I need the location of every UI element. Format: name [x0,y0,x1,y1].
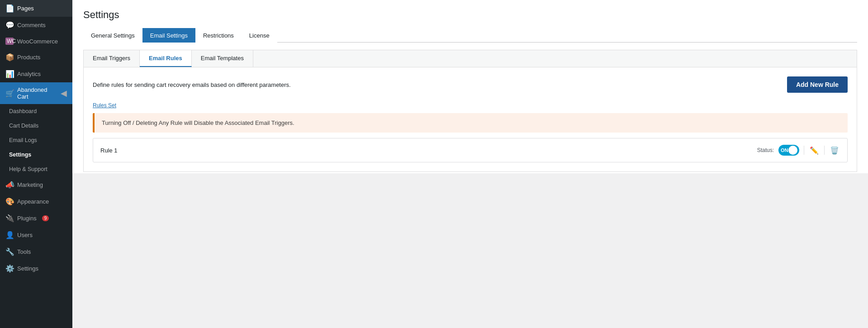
settings-wp-icon: ⚙️ [5,264,14,273]
bottom-gray-area [72,173,868,328]
sidebar-item-help-support[interactable]: Help & Support [0,162,72,176]
sidebar-item-settings-wp[interactable]: ⚙️ Settings [0,260,72,277]
sidebar-item-plugins[interactable]: 🔌 Plugins 9 [0,210,72,227]
content-area: Settings General Settings Email Settings… [72,0,868,173]
sidebar-item-dashboard[interactable]: Dashboard [0,104,72,119]
toggle-on-label: ON [781,147,788,153]
plugins-icon: 🔌 [5,214,14,223]
vertical-divider-2 [824,146,825,155]
analytics-icon: 📊 [5,70,14,78]
tools-icon: 🔧 [5,247,14,256]
sidebar-item-email-logs[interactable]: Email Logs [0,133,72,147]
appearance-icon: 🎨 [5,197,14,206]
rule-name: Rule 1 [100,147,118,154]
sidebar-item-comments[interactable]: 💬 Comments [0,17,72,33]
sub-tab-rules[interactable]: Email Rules [140,50,192,67]
woocommerce-icon: WC [5,38,14,45]
add-new-rule-button[interactable]: Add New Rule [787,76,848,93]
toggle-wrapper: ON [778,145,799,156]
sidebar-item-woocommerce[interactable]: WC WooCommerce [0,33,72,49]
sub-tab-triggers[interactable]: Email Triggers [84,50,140,67]
sidebar-item-analytics[interactable]: 📊 Analytics [0,66,72,82]
tab-email-settings[interactable]: Email Settings [142,28,195,43]
page-title: Settings [83,9,857,21]
sidebar: 📄 Pages 💬 Comments WC WooCommerce 📦 Prod… [0,0,72,328]
sidebar-item-cart-details[interactable]: Cart Details [0,119,72,133]
delete-rule-button[interactable]: 🗑️ [829,145,840,156]
sidebar-item-tools[interactable]: 🔧 Tools [0,243,72,260]
edit-rule-button[interactable]: ✏️ [809,145,820,156]
sidebar-item-appearance[interactable]: 🎨 Appearance [0,193,72,210]
pages-icon: 📄 [5,4,14,13]
status-label: Status: [757,147,774,153]
sub-tabs: Email Triggers Email Rules Email Templat… [83,50,857,67]
sidebar-item-users[interactable]: 👤 Users [0,227,72,243]
sidebar-item-marketing[interactable]: 📣 Marketing [0,176,72,193]
abandoned-cart-icon: 🛒 [5,89,14,98]
main-content: Settings General Settings Email Settings… [72,0,868,328]
plugins-badge: 9 [42,215,49,221]
sidebar-item-pages[interactable]: 📄 Pages [0,0,72,17]
description-text: Define rules for sending cart recovery e… [93,81,291,88]
marketing-icon: 📣 [5,181,14,189]
tab-license[interactable]: License [242,28,277,43]
top-tabs: General Settings Email Settings Restrict… [83,28,857,43]
products-icon: 📦 [5,53,14,62]
users-icon: 👤 [5,231,14,239]
rules-set-label[interactable]: Rules Set [93,102,116,109]
rule-actions: Status: ON ✏️ 🗑️ [757,145,840,156]
rule-toggle[interactable]: ON [778,145,799,156]
vertical-divider [804,146,804,155]
tab-restrictions[interactable]: Restrictions [195,28,242,43]
sidebar-item-abandoned-cart[interactable]: 🛒 Abandoned Cart ◀ [0,82,72,104]
toggle-slider: ON [778,145,799,156]
warning-banner: Turning Off / Deleting Any Rule will Dis… [93,113,848,133]
rule-row: Rule 1 Status: ON ✏️ 🗑️ [93,138,848,162]
description-row: Define rules for sending cart recovery e… [93,76,848,93]
tab-general[interactable]: General Settings [83,28,142,43]
comments-icon: 💬 [5,21,14,29]
sub-content: Define rules for sending cart recovery e… [83,67,857,172]
sidebar-item-settings[interactable]: Settings [0,147,72,162]
sub-tab-templates[interactable]: Email Templates [192,50,253,67]
sidebar-item-products[interactable]: 📦 Products [0,49,72,66]
